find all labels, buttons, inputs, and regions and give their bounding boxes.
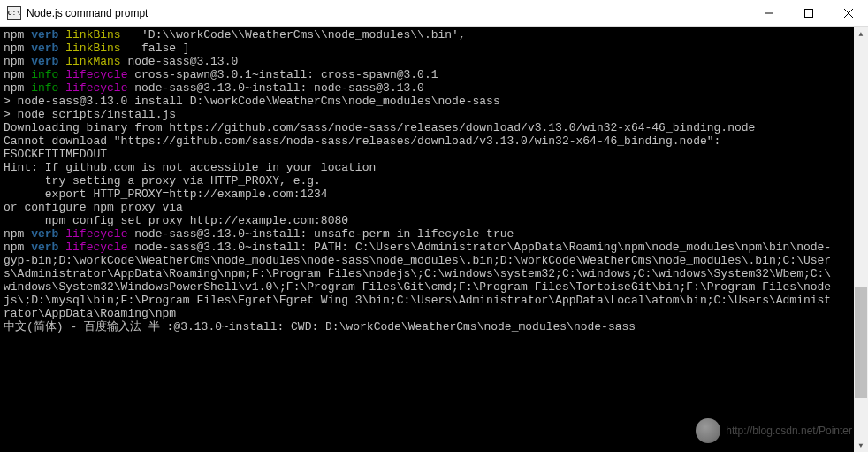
terminal-line: Downloading binary from https://github.c…: [4, 121, 864, 134]
minimize-button[interactable]: [749, 0, 788, 27]
terminal-output[interactable]: npm verb linkBins 'D:\\workCode\\Weather…: [0, 27, 868, 452]
terminal-line: ESOCKETTIMEDOUT: [4, 148, 864, 161]
terminal-line: js\;D:\mysql\bin;F:\Program Files\Egret\…: [4, 294, 864, 307]
terminal-line: gyp-bin;D:\workCode\WeatherCms\node_modu…: [4, 254, 864, 267]
close-button[interactable]: [828, 0, 868, 27]
close-icon: [844, 9, 853, 18]
window-controls: [749, 0, 868, 27]
terminal-line: or configure npm proxy via: [4, 201, 864, 214]
terminal-line: windows\System32\WindowsPowerShell\v1.0\…: [4, 280, 864, 294]
svg-rect-1: [804, 9, 812, 17]
terminal-line: npm info lifecycle cross-spawn@3.0.1~ins…: [4, 68, 864, 81]
terminal-line: npm verb linkBins false ]: [4, 42, 864, 55]
watermark-text: http://blog.csdn.net/Pointer: [726, 425, 852, 438]
terminal-line: 中文(简体) - 百度输入法 半 :@3.13.0~install: CWD: …: [4, 320, 864, 333]
terminal-line: Cannot download "https://github.com/sass…: [4, 134, 864, 148]
terminal-line: try setting a proxy via HTTP_PROXY, e.g.: [4, 174, 864, 188]
app-icon: C:\: [7, 6, 21, 20]
terminal-line: npm verb lifecycle node-sass@3.13.0~inst…: [4, 241, 864, 254]
window-title: Node.js command prompt: [27, 7, 749, 19]
scrollbar-thumb[interactable]: [855, 287, 867, 398]
terminal-line: > node scripts/install.js: [4, 108, 864, 121]
scroll-down-arrow[interactable]: ▼: [854, 438, 868, 452]
terminal-line: > node-sass@3.13.0 install D:\workCode\W…: [4, 95, 864, 108]
terminal-line: rator\AppData\Roaming\npm: [4, 307, 864, 320]
terminal-line: export HTTP_PROXY=http://example.com:123…: [4, 188, 864, 201]
minimize-icon: [765, 9, 773, 18]
maximize-icon: [804, 9, 813, 18]
terminal-line: s\Administrator\AppData\Roaming\npm;F:\P…: [4, 267, 864, 280]
vertical-scrollbar[interactable]: ▲ ▼: [854, 27, 868, 452]
terminal-line: npm verb linkBins 'D:\\workCode\\Weather…: [4, 28, 864, 42]
scrollbar-track[interactable]: [854, 41, 868, 438]
terminal-line: npm info lifecycle node-sass@3.13.0~inst…: [4, 81, 864, 95]
watermark: http://blog.csdn.net/Pointer: [696, 418, 852, 443]
watermark-logo-icon: [696, 418, 720, 443]
terminal-line: Hint: If github.com is not accessible in…: [4, 161, 864, 174]
terminal-line: npm verb lifecycle node-sass@3.13.0~inst…: [4, 227, 864, 241]
terminal-line: npm verb linkMans node-sass@3.13.0: [4, 55, 864, 68]
window-titlebar: C:\ Node.js command prompt: [0, 0, 868, 27]
scroll-up-arrow[interactable]: ▲: [854, 27, 868, 41]
terminal-line: npm config set proxy http://example.com:…: [4, 214, 864, 227]
maximize-button[interactable]: [788, 0, 828, 27]
